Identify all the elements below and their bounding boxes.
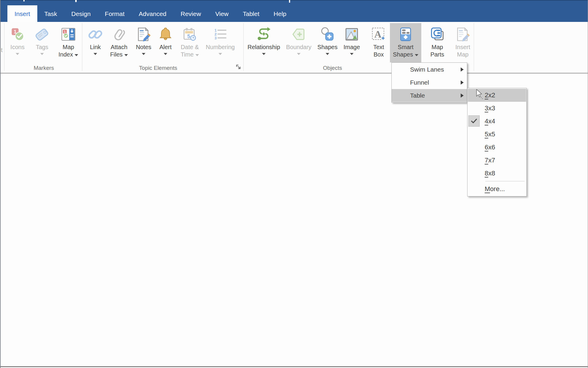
- button-label: Map Index: [59, 44, 74, 58]
- menu-item-label: Funnel: [410, 79, 429, 86]
- insert-map-button[interactable]: Insert Map: [451, 23, 475, 62]
- shapes-icon: [320, 25, 335, 43]
- link-button[interactable]: Link: [85, 23, 106, 62]
- button-label: Smart Shapes: [393, 44, 414, 58]
- boundary-button[interactable]: Boundary: [283, 23, 315, 62]
- menu-item-label: x7: [488, 156, 495, 164]
- group-label-markers: Markers: [34, 65, 54, 71]
- accelerator-char: M: [485, 185, 490, 193]
- checkmark-icon: [468, 115, 480, 127]
- cropped-button-label: t: [1, 47, 3, 54]
- dropdown-caret-icon: [262, 53, 266, 55]
- map-index-button[interactable]: 1 Map Index: [54, 23, 83, 62]
- submenu-item-more[interactable]: More...: [468, 183, 526, 196]
- attach-files-button[interactable]: Attach Files: [106, 23, 132, 62]
- shapes-button[interactable]: Shapes: [315, 23, 340, 62]
- tab-task[interactable]: Task: [37, 5, 64, 22]
- numbering-button[interactable]: 1 2 3 Numbering: [204, 23, 237, 62]
- submenu-arrow-icon: [461, 67, 464, 72]
- window-edge-artifact: [289, 0, 290, 3]
- button-label: Shapes: [317, 44, 338, 50]
- alert-button[interactable]: Alert: [155, 23, 176, 62]
- text-box-icon: A: [371, 25, 386, 43]
- menu-item-funnel[interactable]: Funnel: [392, 76, 467, 89]
- paperclip-icon: [111, 25, 127, 43]
- table-submenu: 2x2 3x3 4x4 5x5 6x6 7x7 8x8 More...: [467, 88, 527, 196]
- submenu-arrow-icon: [461, 80, 464, 85]
- date-time-button[interactable]: 5 Date & Time: [176, 23, 204, 62]
- dialog-launcher-icon[interactable]: [235, 64, 242, 71]
- group-label-topic-elements: Topic Elements: [139, 65, 177, 71]
- tab-insert[interactable]: Insert: [7, 5, 37, 22]
- tab-review[interactable]: Review: [173, 5, 208, 22]
- accelerator-char: 2: [485, 91, 488, 99]
- svg-text:3: 3: [215, 36, 217, 40]
- button-label: Insert Map: [455, 44, 470, 58]
- tab-advanced[interactable]: Advanced: [132, 5, 173, 22]
- button-label: Boundary: [286, 44, 311, 50]
- smart-shapes-icon: [398, 25, 413, 43]
- map-parts-button[interactable]: Map Parts: [425, 23, 449, 62]
- menu-item-swim-lanes[interactable]: Swim Lanes: [392, 63, 467, 76]
- notes-button[interactable]: Notes: [132, 23, 155, 62]
- menu-item-label: x3: [488, 104, 495, 112]
- accelerator-char: 8: [485, 170, 488, 177]
- dropdown-caret-icon: [415, 54, 418, 56]
- button-label: Notes: [136, 44, 151, 50]
- tab-help[interactable]: Help: [266, 5, 293, 22]
- submenu-item-3x3[interactable]: 3x3: [468, 102, 526, 115]
- dropdown-caret-icon: [297, 53, 301, 55]
- numbered-list-icon: 1 2 3: [213, 25, 228, 43]
- icons-marker-icon: 1: [10, 25, 25, 43]
- link-icon: [88, 25, 103, 43]
- window-edge-artifact: [75, 0, 77, 2]
- submenu-item-4x4[interactable]: 4x4: [468, 115, 526, 128]
- dropdown-caret-icon: [75, 54, 78, 56]
- submenu-item-6x6[interactable]: 6x6: [468, 141, 526, 154]
- button-label: Relationship: [248, 44, 280, 50]
- submenu-arrow-icon: [461, 93, 464, 98]
- menu-item-table[interactable]: Table: [392, 89, 467, 102]
- dropdown-caret-icon: [142, 53, 145, 55]
- image-icon: [344, 25, 359, 43]
- button-label: Icons: [10, 44, 25, 50]
- submenu-item-8x8[interactable]: 8x8: [468, 167, 526, 180]
- tab-format[interactable]: Format: [98, 5, 132, 22]
- svg-text:5: 5: [187, 33, 190, 39]
- smart-shapes-menu: Swim Lanes Funnel Table: [391, 62, 467, 103]
- tab-design[interactable]: Design: [64, 5, 98, 22]
- button-label: Numbering: [206, 44, 235, 50]
- tags-button[interactable]: Tags: [30, 23, 54, 62]
- dropdown-caret-icon: [16, 53, 19, 55]
- menu-item-label: Table: [410, 92, 425, 99]
- button-label: Text Box: [373, 44, 384, 58]
- dropdown-caret-icon: [40, 53, 44, 55]
- dropdown-caret-icon: [195, 54, 199, 56]
- submenu-item-7x7[interactable]: 7x7: [468, 154, 526, 167]
- notes-icon: [136, 25, 151, 43]
- button-label: Image: [343, 44, 360, 50]
- accelerator-char: 6: [485, 143, 488, 151]
- window-left-border: [0, 0, 1, 368]
- accelerator-char: 3: [485, 104, 488, 112]
- relationship-button[interactable]: Relationship: [245, 23, 283, 62]
- relationship-icon: [256, 25, 272, 43]
- ribbon-group-topic-elements: Link Attach Files: [82, 23, 243, 72]
- accelerator-char: 4: [485, 117, 488, 125]
- group-label-objects: Objects: [323, 65, 342, 71]
- menu-item-label: x5: [488, 130, 495, 138]
- smart-shapes-button[interactable]: Smart Shapes: [390, 23, 421, 62]
- button-label: Link: [90, 44, 101, 50]
- tab-tablet[interactable]: Tablet: [236, 5, 266, 22]
- icons-button[interactable]: 1 Icons: [5, 23, 30, 62]
- window-top-border: [0, 0, 588, 1]
- menu-item-label: Swim Lanes: [410, 66, 444, 73]
- image-button[interactable]: Image: [340, 23, 363, 62]
- text-box-button[interactable]: A Text Box: [367, 23, 390, 62]
- bell-icon: [158, 25, 173, 43]
- ribbon-group-markers: 1 Icons: [4, 23, 82, 72]
- menu-item-label: ore...: [490, 185, 505, 193]
- menu-item-label: x6: [488, 143, 495, 151]
- tab-view[interactable]: View: [208, 5, 236, 22]
- submenu-item-5x5[interactable]: 5x5: [468, 128, 526, 141]
